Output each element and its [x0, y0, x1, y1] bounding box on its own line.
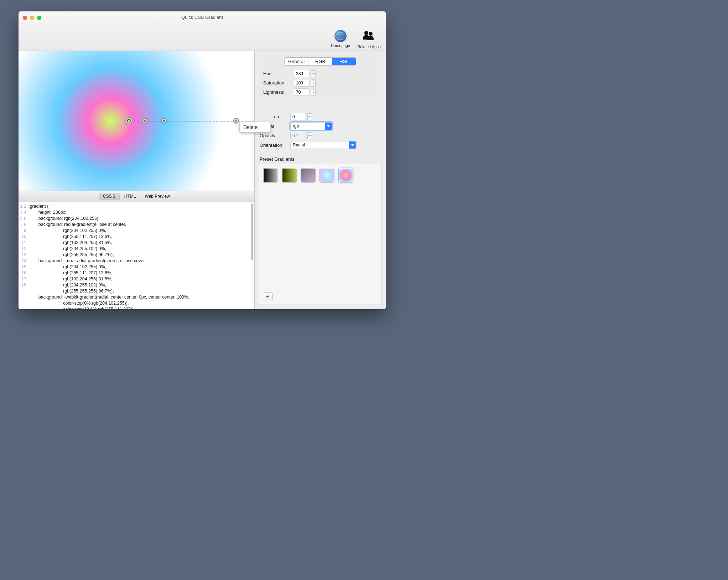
plus-icon: + [266, 294, 269, 300]
tab-html[interactable]: HTML [120, 193, 141, 200]
orientation-value: Radial [293, 143, 305, 147]
saturation-field[interactable] [294, 79, 310, 87]
minimize-window-button[interactable] [30, 16, 34, 20]
window-controls [23, 16, 41, 20]
gradient-preview[interactable] [19, 51, 254, 191]
color-stop-2[interactable] [161, 118, 167, 124]
tab-rgb[interactable]: RGB [308, 58, 332, 65]
output-tabs: CSS 3 HTML Web Preview [19, 191, 254, 202]
preset-swatch-2[interactable] [282, 168, 297, 183]
tab-css3[interactable]: CSS 3 [99, 193, 120, 200]
titlebar: Quick CSS Gradient Homepage Related Apps [19, 11, 386, 51]
menu-item-delete[interactable]: Delete [243, 124, 267, 130]
lightness-label: Lightness: [263, 89, 294, 95]
hue-field[interactable] [294, 70, 310, 77]
left-pane: CSS 3 HTML Web Preview 1 2 3 4 5 6 7 8 9… [19, 51, 255, 309]
preset-swatch-3[interactable] [301, 168, 316, 183]
opacity-label: Opacity: [260, 133, 290, 138]
preset-swatch-4[interactable] [319, 168, 334, 183]
code-scrollbar[interactable] [251, 203, 253, 260]
code-body: .gradient { height: 236px; background: r… [28, 203, 254, 309]
preset-swatch-5[interactable] [338, 168, 353, 183]
lightness-field[interactable] [294, 88, 310, 96]
orientation-label: Orientation: [260, 143, 290, 148]
close-window-button[interactable] [23, 16, 27, 20]
chevron-down-icon [325, 123, 332, 130]
format-value: rgb [293, 124, 299, 129]
code-gutter: 1 2 3 4 5 6 7 8 9 10 11 12 13 14 15 16 1… [19, 203, 28, 309]
right-sidebar: General RGB HSL Hue: ˄˅ Saturation: ˄˅ L… [255, 51, 386, 309]
color-model-segment: General RGB HSL [284, 57, 356, 66]
homepage-label: Homepage [327, 43, 354, 48]
chevron-down-icon [349, 141, 356, 149]
toolbar: Homepage Related Apps [327, 30, 382, 49]
color-model-panel: General RGB HSL Hue: ˄˅ Saturation: ˄˅ L… [259, 55, 381, 101]
presets-box: + [259, 164, 381, 305]
color-stop-1[interactable] [142, 118, 147, 124]
related-apps-label: Related Apps [356, 45, 382, 49]
saturation-stepper[interactable]: ˄˅ [311, 79, 316, 87]
app-window: Quick CSS Gradient Homepage Related Apps [19, 11, 386, 309]
position-stepper[interactable]: ˄˅ [307, 113, 312, 120]
zoom-window-button[interactable] [37, 16, 41, 20]
tab-hsl[interactable]: HSL [332, 58, 356, 65]
related-apps-button[interactable]: Related Apps [356, 30, 382, 49]
tab-web-preview[interactable]: Web Preview [140, 193, 174, 200]
globe-icon [334, 30, 347, 42]
opacity-field [290, 132, 306, 139]
context-menu: Delete [239, 122, 271, 133]
people-icon [363, 31, 375, 41]
code-output[interactable]: 1 2 3 4 5 6 7 8 9 10 11 12 13 14 15 16 1… [19, 202, 254, 309]
color-stop-0[interactable] [125, 117, 132, 124]
window-title: Quick CSS Gradient [19, 11, 386, 20]
tab-general[interactable]: General [285, 58, 308, 65]
opacity-stepper[interactable]: ˄˅ [307, 132, 312, 139]
saturation-label: Saturation: [263, 80, 294, 86]
preset-swatch-1[interactable] [263, 168, 278, 183]
lightness-stepper[interactable]: ˄˅ [311, 89, 316, 96]
presets-label: Preset Gradients: [260, 156, 380, 162]
hue-label: Hue: [263, 71, 294, 76]
hue-stepper[interactable]: ˄˅ [311, 70, 316, 77]
format-select[interactable]: rgb [290, 122, 332, 130]
position-field[interactable] [290, 113, 306, 120]
add-preset-button[interactable]: + [263, 292, 273, 301]
position-label-partial: on: [260, 114, 290, 119]
homepage-button[interactable]: Homepage [327, 30, 354, 49]
orientation-select[interactable]: Radial [290, 141, 357, 149]
content: CSS 3 HTML Web Preview 1 2 3 4 5 6 7 8 9… [19, 51, 386, 309]
color-stop-3[interactable] [233, 118, 239, 124]
